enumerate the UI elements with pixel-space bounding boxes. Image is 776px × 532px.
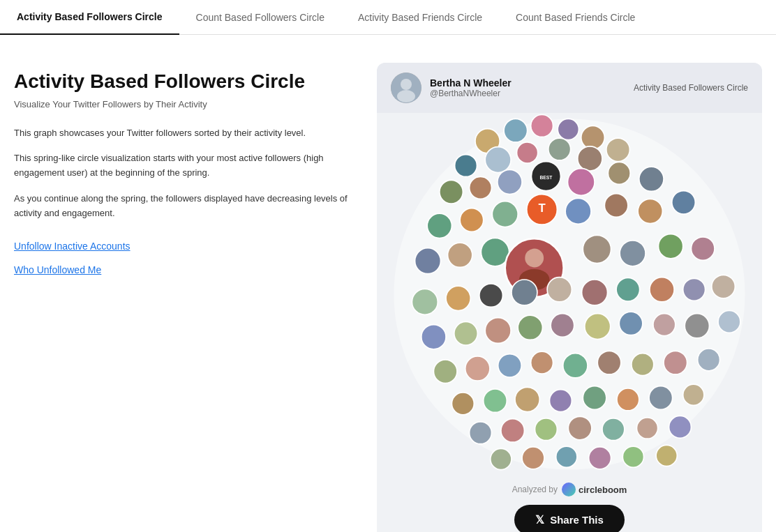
- svg-point-62: [718, 310, 740, 333]
- svg-point-42: [412, 289, 438, 314]
- svg-point-51: [683, 278, 706, 301]
- svg-point-67: [563, 354, 588, 378]
- svg-point-10: [485, 147, 511, 173]
- tab-count-friends[interactable]: Count Based Friends Circle: [499, 0, 652, 34]
- svg-point-84: [602, 418, 625, 441]
- svg-point-7: [558, 119, 579, 139]
- left-panel: Activity Based Followers Circle Visualiz…: [14, 63, 349, 532]
- avatar: [391, 73, 421, 103]
- svg-point-50: [650, 278, 674, 302]
- svg-point-61: [685, 314, 709, 338]
- svg-point-25: [492, 202, 518, 227]
- svg-point-44: [479, 284, 503, 307]
- circleboom-logo: circleboom: [562, 482, 627, 496]
- svg-point-90: [589, 447, 611, 469]
- description-1: This graph showcases your Twitter follow…: [14, 126, 349, 141]
- svg-point-24: [460, 208, 484, 232]
- svg-point-39: [620, 241, 646, 266]
- svg-point-8: [581, 126, 605, 149]
- svg-point-49: [616, 278, 640, 302]
- description-text-1: This graph showcases your Twitter follow…: [14, 126, 349, 141]
- card-footer: Analyzed by circleboom 𝕏 Share This: [377, 476, 762, 532]
- svg-point-52: [712, 275, 736, 298]
- svg-point-45: [512, 280, 537, 305]
- svg-point-17: [498, 169, 522, 194]
- svg-point-23: [427, 213, 452, 238]
- description-3: As you continue along the spring, the fo…: [14, 192, 349, 221]
- svg-point-83: [568, 416, 592, 440]
- card-header: Bertha N Wheeler @BerthaNWheeler Activit…: [377, 63, 762, 113]
- svg-point-72: [452, 393, 474, 415]
- svg-point-46: [547, 278, 572, 302]
- page-title: Activity Based Followers Circle: [14, 70, 349, 93]
- svg-point-22: [639, 167, 664, 191]
- share-button[interactable]: 𝕏 Share This: [514, 505, 625, 532]
- share-button-label: Share This: [550, 514, 604, 526]
- tab-count-followers[interactable]: Count Based Followers Circle: [179, 0, 341, 34]
- profile-name: Bertha N Wheeler: [430, 77, 625, 89]
- right-panel: Bertha N Wheeler @BerthaNWheeler Activit…: [377, 63, 762, 532]
- svg-point-73: [484, 389, 507, 413]
- svg-point-9: [455, 155, 477, 177]
- description-2: This spring-like circle visualization st…: [14, 151, 349, 181]
- unfollow-inactive-link[interactable]: Unfollow Inactive Accounts: [14, 241, 349, 252]
- circle-svg: BEST T: [377, 113, 762, 476]
- svg-point-20: [567, 169, 595, 196]
- svg-point-92: [656, 445, 677, 466]
- tab-activity-friends[interactable]: Activity Based Friends Circle: [341, 0, 499, 34]
- svg-point-1: [401, 79, 412, 90]
- svg-point-59: [619, 312, 643, 335]
- svg-text:BEST: BEST: [540, 175, 553, 180]
- svg-point-76: [583, 386, 606, 410]
- svg-point-14: [606, 138, 630, 162]
- description-text-2: This spring-like circle visualization st…: [14, 151, 349, 181]
- svg-point-58: [585, 314, 611, 340]
- svg-point-65: [498, 354, 522, 378]
- svg-point-66: [531, 351, 553, 374]
- svg-point-40: [658, 234, 682, 259]
- circle-type-label: Activity Based Followers Circle: [634, 83, 748, 93]
- svg-point-41: [691, 237, 715, 261]
- svg-point-87: [491, 448, 512, 469]
- svg-point-80: [470, 422, 492, 444]
- svg-point-48: [582, 280, 608, 305]
- svg-point-21: [608, 162, 630, 184]
- tab-activity-followers[interactable]: Activity Based Followers Circle: [0, 0, 179, 35]
- svg-point-13: [578, 146, 602, 171]
- circleboom-brand: circleboom: [579, 485, 627, 495]
- svg-point-63: [433, 360, 457, 383]
- svg-point-85: [636, 418, 657, 439]
- svg-point-30: [638, 199, 662, 223]
- svg-point-78: [649, 386, 673, 410]
- svg-point-89: [556, 446, 577, 467]
- profile-handle: @BerthaNWheeler: [430, 89, 625, 98]
- svg-point-31: [672, 191, 696, 215]
- svg-point-81: [501, 419, 525, 443]
- page-subtitle: Visualize Your Twitter Followers by Thei…: [14, 99, 349, 109]
- circle-visualization: BEST T: [377, 113, 762, 476]
- svg-point-33: [448, 243, 472, 267]
- x-icon: 𝕏: [535, 513, 544, 526]
- svg-point-75: [549, 390, 572, 412]
- svg-point-12: [549, 138, 571, 160]
- svg-point-36: [525, 249, 544, 268]
- svg-point-74: [515, 387, 539, 411]
- svg-point-86: [669, 416, 692, 438]
- tab-bar: Activity Based Followers Circle Count Ba…: [0, 0, 776, 35]
- svg-point-53: [421, 325, 446, 349]
- svg-point-2: [397, 90, 415, 102]
- svg-point-71: [698, 349, 720, 371]
- svg-point-60: [653, 314, 676, 336]
- who-unfollowed-link[interactable]: Who Unfollowed Me: [14, 264, 349, 275]
- main-content: Activity Based Followers Circle Visualiz…: [0, 35, 776, 532]
- svg-point-88: [522, 447, 544, 469]
- svg-point-82: [535, 418, 558, 441]
- circle-card: Bertha N Wheeler @BerthaNWheeler Activit…: [377, 63, 762, 532]
- profile-info: Bertha N Wheeler @BerthaNWheeler: [430, 77, 625, 98]
- link-block: Unfollow Inactive Accounts Who Unfollowe…: [14, 241, 349, 275]
- svg-point-68: [597, 351, 621, 374]
- svg-point-5: [504, 119, 528, 142]
- circleboom-icon: [562, 482, 576, 496]
- svg-point-43: [446, 286, 470, 310]
- svg-point-79: [683, 384, 704, 405]
